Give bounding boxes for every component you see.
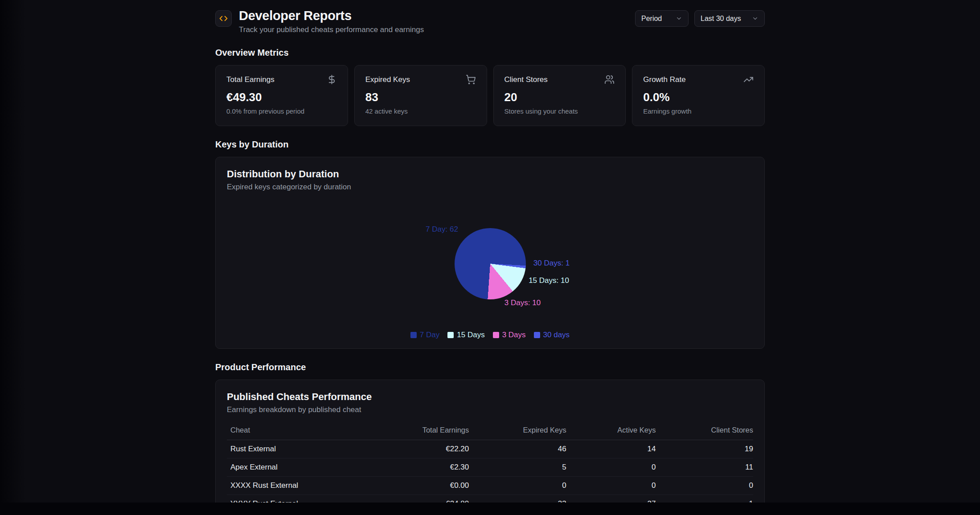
table-card-title: Published Cheats Performance [227,391,753,403]
metric-value: €49.30 [226,90,337,104]
distribution-chart-card: Distribution by Duration Expired keys ca… [215,157,765,349]
metric-card-growth-rate: Growth Rate 0.0% Earnings growth [632,65,765,126]
code-brackets-icon [215,10,232,27]
period-select-value: Period [641,15,662,23]
table-cell: 0 [656,477,754,495]
cheat-name-cell: Apex External [227,458,374,477]
column-header: Client Stores [656,426,754,440]
pie-label-7-day: 7 Day: 62 [426,225,458,234]
chart-card-title: Distribution by Duration [227,168,753,180]
metric-subtext: 0.0% from previous period [226,107,337,115]
trend-up-icon [743,74,754,85]
legend-label: 15 Days [457,331,484,339]
cart-icon [466,74,476,85]
chevron-down-icon [752,15,759,22]
metric-label: Total Earnings [226,75,275,84]
table-cell: 19 [656,440,754,458]
page-header: Developer Reports Track your published c… [215,8,765,34]
chevron-down-icon [676,15,682,22]
page-subtitle: Track your published cheats performance … [239,25,424,34]
table-cell: 11 [656,458,754,477]
chart-legend: 7 Day 15 Days 3 Days 30 days [227,331,753,339]
section-heading-keys-by-duration: Keys by Duration [215,139,765,150]
chart-card-subtitle: Expired keys categorized by duration [227,183,753,192]
table-cell: 14 [566,440,656,458]
metric-card-expired-keys: Expired Keys 83 42 active keys [354,65,487,126]
pie-label-30-days: 30 Days: 1 [533,259,570,268]
legend-item-7-day[interactable]: 7 Day [410,331,439,339]
metric-label: Growth Rate [643,75,685,84]
period-select[interactable]: Period [635,10,689,27]
table-cell: €0.00 [374,477,469,495]
legend-swatch [447,332,454,338]
metric-value: 0.0% [643,90,754,104]
header-controls: Period Last 30 days [635,10,765,27]
cheat-name-cell: Rust External [227,440,374,458]
table-cell: 5 [469,458,566,477]
metric-card-total-earnings: Total Earnings €49.30 0.0% from previous… [215,65,348,126]
metric-value: 20 [504,90,615,104]
legend-swatch [534,332,540,338]
table-row: XXXX Rust External€0.00000 [227,477,753,495]
pie-chart-area: 7 Day: 62 30 Days: 1 15 Days: 10 3 Days:… [227,195,753,329]
users-icon [604,74,615,85]
table-header-row: CheatTotal EarningsExpired KeysActive Ke… [227,426,753,440]
legend-item-15-days[interactable]: 15 Days [447,331,484,339]
pie-label-15-days: 15 Days: 10 [529,276,569,285]
date-range-select-value: Last 30 days [701,15,741,23]
performance-table: CheatTotal EarningsExpired KeysActive Ke… [227,426,753,513]
table-cell: 0 [566,458,656,477]
legend-item-3-days[interactable]: 3 Days [493,331,526,339]
table-cell: €2.30 [374,458,469,477]
table-card-subtitle: Earnings breakdown by published cheat [227,405,753,414]
page-title: Developer Reports [239,8,424,23]
metrics-grid: Total Earnings €49.30 0.0% from previous… [215,65,765,126]
table-cell: 46 [469,440,566,458]
cheat-name-cell: XXXX Rust External [227,477,374,495]
title-block: Developer Reports Track your published c… [239,8,424,34]
date-range-select[interactable]: Last 30 days [694,10,765,27]
pie-label-3-days: 3 Days: 10 [504,298,541,307]
legend-swatch [410,332,417,338]
legend-item-30-days[interactable]: 30 days [534,331,570,339]
pie-chart[interactable] [455,228,526,299]
table-row: Rust External€22.20461419 [227,440,753,458]
legend-label: 3 Days [502,331,526,339]
table-cell: 0 [469,477,566,495]
performance-table-card: Published Cheats Performance Earnings br… [215,380,765,515]
legend-label: 30 days [543,331,570,339]
metric-card-client-stores: Client Stores 20 Stores using your cheat… [493,65,626,126]
metric-subtext: Earnings growth [643,107,754,115]
section-heading-product-performance: Product Performance [215,362,765,372]
column-header: Active Keys [566,426,656,440]
section-heading-overview-metrics: Overview Metrics [215,48,765,58]
legend-swatch [493,332,499,338]
title-group: Developer Reports Track your published c… [215,8,424,34]
column-header: Cheat [227,426,374,440]
table-row: Apex External€2.305011 [227,458,753,477]
developer-reports-page: Developer Reports Track your published c… [215,0,765,515]
metric-label: Client Stores [504,75,548,84]
metric-label: Expired Keys [365,75,410,84]
table-cell: €22.20 [374,440,469,458]
dollar-icon [327,74,337,85]
metric-subtext: 42 active keys [365,107,476,115]
bottom-edge-shade [0,503,980,515]
table-cell: 0 [566,477,656,495]
left-edge-shade [0,0,26,515]
column-header: Expired Keys [469,426,566,440]
legend-label: 7 Day [420,331,439,339]
metric-subtext: Stores using your cheats [504,107,615,115]
metric-value: 83 [365,90,476,104]
column-header: Total Earnings [374,426,469,440]
